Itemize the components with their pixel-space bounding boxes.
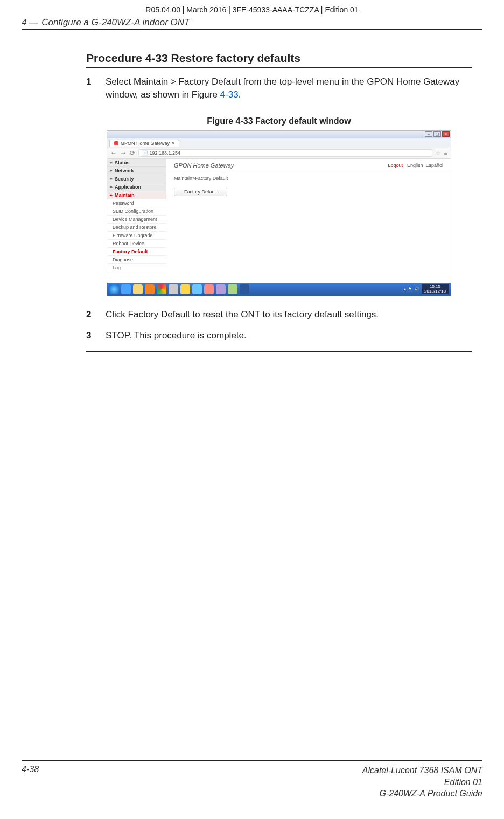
sidebar-item-security[interactable]: Security xyxy=(107,175,166,183)
step-number: 3 xyxy=(86,329,106,342)
address-bar: ← → ⟳ 📄 192.168.1.254 ☆ ≡ xyxy=(107,148,451,159)
procedure-title: Procedure 4-33 Restore factory defaults xyxy=(86,52,472,65)
app-icon[interactable] xyxy=(180,284,190,294)
sidebar-sub-backup[interactable]: Backup and Restore xyxy=(107,224,166,232)
taskbar-icons xyxy=(109,284,249,294)
sidebar-item-maintain[interactable]: Maintain xyxy=(107,191,166,199)
browser-tab[interactable]: GPON Home Gateway × xyxy=(109,140,179,147)
footer-edition: Edition 01 xyxy=(362,776,482,788)
word-icon[interactable] xyxy=(240,284,249,294)
sidebar-sub-slid[interactable]: SLID Configuration xyxy=(107,207,166,216)
sidebar-sub-firmware[interactable]: Firmware Upgrade xyxy=(107,232,166,240)
step-item: 3 STOP. This procedure is complete. xyxy=(86,329,472,342)
sidebar-sub-factory-default[interactable]: Factory Default xyxy=(107,248,166,256)
factory-default-button[interactable]: Factory Default xyxy=(174,188,227,196)
procedure-rule xyxy=(86,67,472,68)
figure-screenshot: – ▢ × GPON Home Gateway × ← → ⟳ 📄 192.16… xyxy=(107,130,451,296)
sidebar-item-application[interactable]: Application xyxy=(107,183,166,191)
app-icon[interactable] xyxy=(192,284,202,294)
footer-rule xyxy=(22,760,482,761)
procedure-end-rule xyxy=(86,351,472,352)
page-header: GPON Home Gateway Logout English |Españo… xyxy=(166,159,451,172)
footer-guide: G-240WZ-A Product Guide xyxy=(362,788,482,800)
firefox-icon[interactable] xyxy=(145,284,155,294)
breadcrumb: Maintain>Factory Default xyxy=(166,172,451,188)
step-text: Select Maintain > Factory Default from t… xyxy=(106,75,472,101)
sidebar-sub-reboot[interactable]: Reboot Device xyxy=(107,240,166,248)
tab-title: GPON Home Gateway xyxy=(121,141,170,146)
close-icon[interactable]: × xyxy=(442,131,450,137)
taskbar: ▴ ⚑ 🔊 15:15 2013/12/18 xyxy=(107,283,451,296)
reload-icon[interactable]: ⟳ xyxy=(130,149,135,157)
maximize-icon[interactable]: ▢ xyxy=(433,131,441,137)
system-tray: ▴ ⚑ 🔊 15:15 2013/12/18 xyxy=(404,284,449,295)
running-header: 4 — Configure a G-240WZ-A indoor ONT xyxy=(0,17,504,29)
ie-icon[interactable] xyxy=(121,284,131,294)
favicon-icon xyxy=(114,141,118,145)
app-icon[interactable] xyxy=(204,284,214,294)
main-panel: GPON Home Gateway Logout English |Españo… xyxy=(166,159,451,283)
language-links: English |Español xyxy=(407,163,443,168)
figure-link[interactable]: 4-33 xyxy=(220,89,239,100)
start-icon[interactable] xyxy=(109,284,119,294)
step-item: 2 Click Factory Default to reset the ONT… xyxy=(86,308,472,321)
sidebar-item-status[interactable]: Status xyxy=(107,159,166,167)
page-title: GPON Home Gateway xyxy=(174,162,234,169)
taskbar-clock[interactable]: 15:15 2013/12/18 xyxy=(422,284,449,295)
tab-close-icon[interactable]: × xyxy=(172,141,174,146)
sidebar-item-network[interactable]: Network xyxy=(107,167,166,175)
tray-icon[interactable]: 🔊 xyxy=(414,287,419,291)
sidebar-sub-diagnose[interactable]: Diagnose xyxy=(107,256,166,264)
app-icon[interactable] xyxy=(228,284,237,294)
tray-icon[interactable]: ⚑ xyxy=(408,287,412,291)
step-text: STOP. This procedure is complete. xyxy=(106,329,472,342)
step-number: 2 xyxy=(86,308,106,321)
step-number: 1 xyxy=(86,75,106,101)
footer-product: Alcatel-Lucent 7368 ISAM ONT xyxy=(362,765,482,776)
sidebar-sub-device-mgmt[interactable]: Device Management xyxy=(107,216,166,224)
lang-english[interactable]: English xyxy=(407,163,423,168)
bookmark-icon[interactable]: ☆ xyxy=(436,150,441,157)
app-icon[interactable] xyxy=(216,284,226,294)
window-controls: – ▢ × xyxy=(425,131,450,137)
app-icon[interactable] xyxy=(169,284,178,294)
window-titlebar: – ▢ × xyxy=(107,131,451,138)
chrome-icon[interactable] xyxy=(157,284,166,294)
sidebar-sub-log[interactable]: Log xyxy=(107,264,166,272)
sidebar: Status Network Security Application Main… xyxy=(107,159,166,283)
lang-espanol[interactable]: Español xyxy=(425,163,443,168)
doc-meta-line: R05.04.00 | March 2016 | 3FE-45933-AAAA-… xyxy=(0,0,504,17)
chapter-number: 4 — xyxy=(22,17,38,28)
forward-icon[interactable]: → xyxy=(120,149,127,157)
explorer-icon[interactable] xyxy=(133,284,143,294)
tray-icon[interactable]: ▴ xyxy=(404,287,406,291)
step-text: Click Factory Default to reset the ONT t… xyxy=(106,308,472,321)
page-footer: 4-38 Alcatel-Lucent 7368 ISAM ONT Editio… xyxy=(22,760,482,800)
menu-icon[interactable]: ≡ xyxy=(444,150,447,156)
minimize-icon[interactable]: – xyxy=(425,131,432,137)
back-icon[interactable]: ← xyxy=(110,149,117,157)
url-input[interactable]: 📄 192.168.1.254 xyxy=(138,149,432,157)
chapter-title: Configure a G-240WZ-A indoor ONT xyxy=(41,17,190,28)
browser-tabbar: GPON Home Gateway × xyxy=(107,138,451,148)
logout-link[interactable]: Logout xyxy=(388,163,403,168)
step-item: 1 Select Maintain > Factory Default from… xyxy=(86,75,472,101)
figure-caption: Figure 4-33 Factory default window xyxy=(86,116,472,126)
page-number: 4-38 xyxy=(22,765,39,800)
sidebar-sub-password[interactable]: Password xyxy=(107,199,166,207)
